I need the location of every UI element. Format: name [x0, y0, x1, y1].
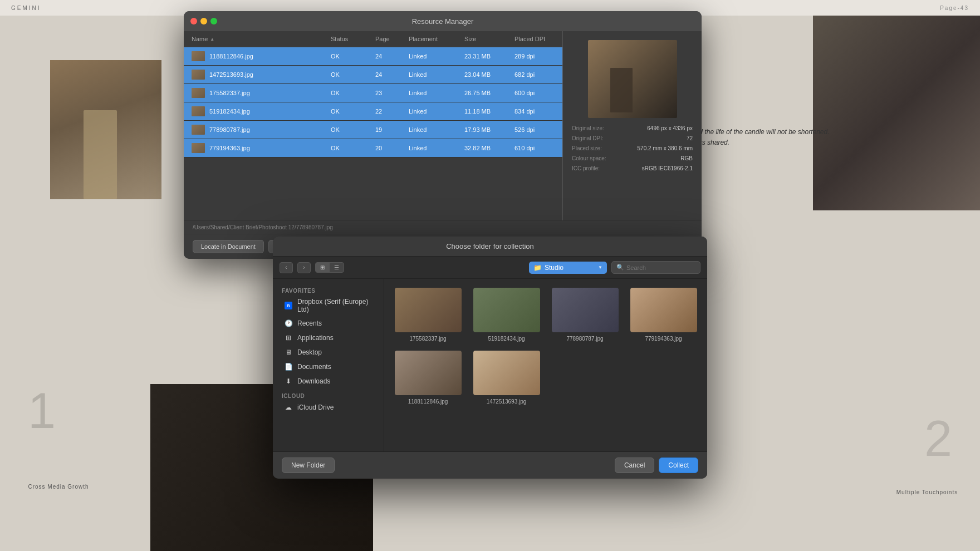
sidebar-item-label-desktop: Desktop — [297, 348, 322, 356]
rm-cell-page: 23 — [372, 84, 405, 102]
rm-cell-dpi: 610 dpi — [511, 139, 561, 157]
table-row[interactable]: 779194363.jpg OK 20 Linked 32.82 MB 610 … — [184, 139, 562, 158]
rm-cell-placement: Linked — [405, 102, 461, 120]
close-traffic-light[interactable] — [190, 18, 197, 24]
file-name-label: 779194363.jpg — [645, 336, 682, 342]
table-row[interactable]: 1472513693.jpg OK 24 Linked 23.04 MB 682… — [184, 66, 562, 84]
rm-cell-name: 175582337.jpg — [188, 84, 327, 102]
maximize-traffic-light[interactable] — [210, 18, 217, 24]
locate-in-document-button[interactable]: Locate in Document — [193, 240, 264, 253]
file-thumbnail — [473, 351, 540, 395]
rm-cell-name: 1472513693.jpg — [188, 66, 327, 83]
sidebar-item-downloads[interactable]: ⬇ Downloads — [275, 374, 381, 388]
table-row[interactable]: 778980787.jpg OK 19 Linked 17.93 MB 526 … — [184, 121, 562, 139]
rm-cell-status: OK — [327, 121, 372, 139]
list-item[interactable]: 779194363.jpg — [629, 288, 698, 342]
rm-cell-name: 1188112846.jpg — [188, 47, 327, 65]
table-row[interactable]: 1188112846.jpg OK 24 Linked 23.31 MB 289… — [184, 47, 562, 66]
file-thumbnail — [473, 288, 540, 332]
search-icon: 🔍 — [616, 264, 624, 271]
file-name-label: 1188112846.jpg — [408, 399, 448, 405]
new-folder-button[interactable]: New Folder — [282, 457, 335, 473]
list-item[interactable]: 175582337.jpg — [393, 288, 463, 342]
rm-cell-size: 23.04 MB — [461, 66, 511, 83]
file-thumbnail — [192, 106, 205, 116]
rm-cell-size: 32.82 MB — [461, 139, 511, 157]
sidebar-item-desktop[interactable]: 🖥 Desktop — [275, 345, 381, 360]
file-name-label: 519182434.jpg — [488, 336, 525, 342]
rm-cell-dpi: 526 dpi — [511, 121, 561, 139]
rm-cell-status: OK — [327, 84, 372, 102]
download-icon: ⬇ — [284, 377, 293, 386]
table-row[interactable]: 175582337.jpg OK 23 Linked 26.75 MB 600 … — [184, 84, 562, 102]
cf-bottom-right: Cancel Collect — [615, 457, 698, 473]
rm-cell-placement: Linked — [405, 139, 461, 157]
rm-path-bar: /Users/Shared/Client Brief/Photoshoot 12… — [184, 220, 702, 234]
rm-cell-status: OK — [327, 47, 372, 65]
list-item[interactable]: 778980787.jpg — [550, 288, 620, 342]
col-status: Status — [327, 31, 372, 47]
rm-cell-page: 24 — [372, 47, 405, 65]
cf-dialog-title: Choose folder for collection — [446, 242, 534, 250]
sort-icon: ▲ — [210, 37, 214, 42]
cf-sidebar: Favorites B Dropbox (Serif (Europe) Ltd)… — [273, 279, 384, 451]
file-thumbnail — [192, 125, 205, 135]
grid-view-button[interactable]: ⊞ — [316, 263, 330, 272]
rm-cell-name: 519182434.jpg — [188, 102, 327, 120]
icloud-section: iCloud ☁ iCloud Drive — [273, 391, 384, 415]
cf-title-bar: Choose folder for collection — [273, 237, 707, 257]
folder-selector-button[interactable]: 📁 Studio ▼ — [529, 262, 607, 274]
sidebar-item-applications[interactable]: ⊞ Applications — [275, 331, 381, 345]
folder-selector-label: Studio — [545, 264, 564, 272]
sidebar-item-label-applications: Applications — [297, 334, 334, 342]
cloud-icon: ☁ — [284, 403, 293, 412]
sidebar-item-label-downloads: Downloads — [297, 377, 330, 385]
sidebar-item-documents[interactable]: 📄 Documents — [275, 360, 381, 374]
file-thumbnail — [395, 288, 462, 332]
minimize-traffic-light[interactable] — [200, 18, 207, 24]
sidebar-item-recents[interactable]: 🕐 Recents — [275, 316, 381, 331]
search-box: 🔍 — [611, 261, 700, 274]
texture-photo-bg — [813, 16, 980, 210]
sidebar-item-label-icloud-drive: iCloud Drive — [297, 404, 334, 411]
folder-selector-icon: 📁 — [533, 264, 542, 272]
list-item[interactable]: 1472513693.jpg — [472, 351, 541, 405]
view-toggle: ⊞ ☰ — [315, 262, 344, 273]
search-input[interactable] — [626, 264, 693, 271]
col-page: Page — [372, 31, 405, 47]
rm-cell-dpi: 834 dpi — [511, 102, 561, 120]
rm-preview-panel: Original size: 6496 px x 4336 px Origina… — [562, 31, 702, 220]
table-row[interactable]: 519182434.jpg OK 22 Linked 11.18 MB 834 … — [184, 102, 562, 121]
cf-bottom-bar: New Folder Cancel Collect — [273, 451, 707, 479]
meta-icc-profile: ICC profile: sRGB IEC61966-2.1 — [572, 164, 693, 174]
meta-original-size: Original size: 6496 px x 4336 px — [572, 124, 693, 134]
fashion-photo-bg — [50, 60, 161, 199]
traffic-lights — [190, 18, 217, 24]
cf-body: Favorites B Dropbox (Serif (Europe) Ltd)… — [273, 279, 707, 451]
nav-back-button[interactable]: ‹ — [280, 262, 293, 273]
rm-metadata: Original size: 6496 px x 4336 px Origina… — [572, 124, 693, 174]
rm-cell-placement: Linked — [405, 66, 461, 83]
list-view-button[interactable]: ☰ — [330, 263, 344, 272]
cf-file-grid: 175582337.jpg 519182434.jpg 778980787.jp… — [393, 288, 698, 405]
file-thumbnail — [192, 70, 205, 80]
col-name: Name ▲ — [188, 31, 327, 47]
rm-cell-size: 11.18 MB — [461, 102, 511, 120]
rm-preview-image — [588, 40, 677, 118]
collect-confirm-button[interactable]: Collect — [659, 457, 698, 473]
rm-table-container: Name ▲ Status Page Placement Size Placed… — [184, 31, 702, 220]
list-item[interactable]: 519182434.jpg — [472, 288, 541, 342]
monitor-icon: 🖥 — [284, 348, 293, 357]
favorites-section: Favorites B Dropbox (Serif (Europe) Ltd)… — [273, 286, 384, 388]
rm-file-path: /Users/Shared/Client Brief/Photoshoot 12… — [193, 224, 333, 230]
list-item[interactable]: 1188112846.jpg — [393, 351, 463, 405]
file-name-label: 175582337.jpg — [409, 336, 446, 342]
rm-cell-page: 22 — [372, 102, 405, 120]
sidebar-item-icloud-drive[interactable]: ☁ iCloud Drive — [275, 400, 381, 415]
cancel-button[interactable]: Cancel — [615, 457, 654, 473]
rm-cell-status: OK — [327, 139, 372, 157]
sidebar-item-dropbox[interactable]: B Dropbox (Serif (Europe) Ltd) — [275, 295, 381, 316]
file-name-label: 778980787.jpg — [566, 336, 603, 342]
file-thumbnail — [552, 288, 619, 332]
nav-forward-button[interactable]: › — [297, 262, 311, 273]
